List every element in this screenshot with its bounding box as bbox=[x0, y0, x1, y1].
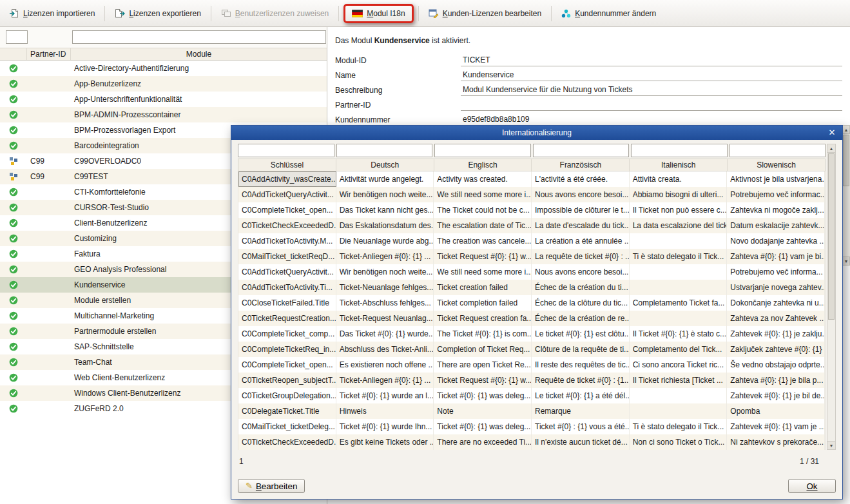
i18n-cell[interactable] bbox=[630, 403, 728, 419]
i18n-cell[interactable]: Non ci sono Ticket o Tick... bbox=[630, 434, 728, 450]
i18n-cell[interactable]: Ni zahtevkov s prekorače... bbox=[727, 434, 825, 450]
i18n-cell[interactable]: Še vedno obstajajo odprte... bbox=[727, 357, 825, 373]
i18n-cell[interactable]: Zaključek zahteve #{0}: {1} bbox=[727, 342, 825, 357]
i18n-row[interactable]: C0AddTicketQueryActivit...Wir benötigen … bbox=[238, 264, 825, 280]
column-header-deutsch[interactable]: Deutsch bbox=[336, 159, 434, 171]
i18n-row[interactable]: C0AddTicketToActivity.M...Die Neuanlage … bbox=[238, 233, 825, 249]
i18n-cell[interactable]: Ticket Request creation fa... bbox=[434, 311, 532, 326]
i18n-cell[interactable]: La data escalazione del tick... bbox=[630, 218, 728, 233]
i18n-cell[interactable]: Novo dodajanje zahtevka ... bbox=[727, 233, 825, 249]
i18n-cell[interactable]: C0AddActivity_wasCreate... bbox=[238, 171, 336, 187]
i18n-cell[interactable]: C0TicketRequestCreation... bbox=[238, 311, 336, 326]
filter-input-slowenisch[interactable] bbox=[729, 144, 826, 157]
i18n-cell[interactable]: Ticket-Anliegen #{0}: {1} ... bbox=[336, 249, 434, 264]
module-row[interactable]: App-Unterschriftenfunktionalität bbox=[0, 92, 327, 107]
i18n-cell[interactable]: Hinweis bbox=[336, 403, 434, 419]
i18n-cell[interactable]: Ticket #{0} : {1} vous a été... bbox=[532, 419, 630, 434]
module-row[interactable]: App-Benutzerlizenz bbox=[0, 76, 327, 92]
export-licenses-button[interactable]: Lizenzen exportieren bbox=[110, 5, 206, 22]
i18n-row[interactable]: C0TicketCheckExceededD...Das Eskalations… bbox=[238, 218, 825, 233]
edit-customer-licenses-button[interactable]: Kunden-Lizenzen bearbeiten bbox=[423, 5, 546, 21]
i18n-cell[interactable]: C0CloseTicketFailed.Title bbox=[238, 295, 336, 311]
i18n-cell[interactable]: C0TicketCheckExceededD... bbox=[238, 434, 336, 450]
scroll-up-icon[interactable]: ▲ bbox=[842, 125, 850, 134]
kundennummer-field[interactable]: e95def8db8a8b109 bbox=[461, 113, 842, 126]
i18n-row[interactable]: C0TicketGroupDelegation...Ticket #{0}: {… bbox=[238, 388, 825, 403]
i18n-cell[interactable]: Potrebujemo več informa... bbox=[727, 264, 825, 280]
i18n-cell[interactable]: Potrebujemo več informac... bbox=[727, 187, 825, 202]
i18n-cell[interactable] bbox=[630, 311, 728, 326]
scrollbar-thumb[interactable] bbox=[828, 153, 835, 320]
scrollbar-thumb[interactable] bbox=[843, 135, 849, 186]
column-header-schluessel[interactable]: Schlüssel bbox=[238, 159, 336, 171]
i18n-cell[interactable]: Attività creata. bbox=[630, 171, 728, 187]
column-header-franzoesisch[interactable]: Französisch bbox=[532, 159, 630, 171]
i18n-cell[interactable]: Ticket-Anliegen #{0}: {1} ... bbox=[336, 373, 434, 388]
i18n-cell[interactable]: Ticket #{0}: {1} wurde an l... bbox=[336, 388, 434, 403]
column-header-italienisch[interactable]: Italienisch bbox=[630, 159, 728, 171]
i18n-cell[interactable]: Datum eskalacije zahtevk... bbox=[727, 218, 825, 233]
i18n-cell[interactable]: Note bbox=[434, 403, 532, 419]
i18n-cell[interactable]: Nous avons encore besoi... bbox=[532, 264, 630, 280]
i18n-cell[interactable]: Es existieren noch offene ... bbox=[336, 357, 434, 373]
i18n-row[interactable]: C0TicketReopen_subjectT...Ticket-Anliege… bbox=[238, 373, 825, 388]
i18n-cell[interactable]: Impossible de clôturer le t... bbox=[532, 202, 630, 218]
i18n-row[interactable]: C0DelegateTicket.TitleHinweisNoteRemarqu… bbox=[238, 403, 825, 419]
filter-input-deutsch[interactable] bbox=[336, 144, 433, 157]
i18n-cell[interactable]: The escalation date of Tic... bbox=[434, 218, 532, 233]
i18n-cell[interactable]: Zahteva #{0}: {1} vam je bi... bbox=[727, 249, 825, 264]
modul-id-field[interactable]: TICKET bbox=[461, 54, 842, 66]
i18n-cell[interactable]: Ci sono ancora Ticket ric... bbox=[630, 357, 728, 373]
i18n-cell[interactable]: Échec de la clôture du tic... bbox=[532, 295, 630, 311]
i18n-cell[interactable]: C0AddTicketToActivity.M... bbox=[238, 233, 336, 249]
name-field[interactable]: Kundenservice bbox=[461, 69, 842, 81]
i18n-cell[interactable]: Die Neuanlage wurde abg... bbox=[336, 233, 434, 249]
filter-input-franzoesisch[interactable] bbox=[533, 144, 630, 157]
i18n-cell[interactable]: Abbiamo bisogni di ulteri... bbox=[630, 187, 728, 202]
i18n-cell[interactable]: Dokončanje zahtevka ni u... bbox=[727, 295, 825, 311]
i18n-cell[interactable]: C0AddTicketQueryActivit... bbox=[238, 187, 336, 202]
i18n-cell[interactable]: Ticket #{0}: {1} was deleg... bbox=[434, 388, 532, 403]
i18n-cell[interactable]: C0AddTicketQueryActivit... bbox=[238, 264, 336, 280]
i18n-cell[interactable]: Ti è stato delegato il Tick... bbox=[630, 419, 728, 434]
i18n-cell[interactable]: The creation was cancele... bbox=[434, 233, 532, 249]
beschreibung-field[interactable]: Modul Kundenservice für die Nutzung von … bbox=[461, 84, 842, 96]
status-column-header[interactable] bbox=[0, 48, 27, 60]
i18n-cell[interactable]: Completion of Ticket Req... bbox=[434, 342, 532, 357]
i18n-row[interactable]: C0CompleteTicket_comp...Das Ticket #{0}:… bbox=[238, 326, 825, 342]
i18n-cell[interactable]: Il Ticket #{0}: {1} è stato c... bbox=[630, 326, 728, 342]
i18n-cell[interactable]: Le ticket #{0}: {1} a été dél... bbox=[532, 388, 630, 403]
i18n-cell[interactable]: Il reste des requêtes de tic... bbox=[532, 357, 630, 373]
i18n-row[interactable]: C0MailTicket_ticketDeleg...Ticket #{0}: … bbox=[238, 419, 825, 434]
i18n-cell[interactable]: Requête de ticket #{0} : {1... bbox=[532, 373, 630, 388]
filter-input-schluessel[interactable] bbox=[238, 144, 334, 157]
i18n-cell[interactable]: Ticket #{0}: {1} wurde Ihn... bbox=[336, 419, 434, 434]
column-header-englisch[interactable]: Englisch bbox=[434, 159, 532, 171]
i18n-cell[interactable]: Das Eskalationsdatum des... bbox=[336, 218, 434, 233]
i18n-cell[interactable]: Completamento Ticket fa... bbox=[630, 295, 728, 311]
i18n-cell[interactable]: Activity was created. bbox=[434, 171, 532, 187]
i18n-cell[interactable] bbox=[630, 280, 728, 295]
i18n-row[interactable]: C0CompleteTicket_open...Es existieren no… bbox=[238, 357, 825, 373]
scroll-down-icon[interactable]: ▼ bbox=[827, 441, 835, 449]
i18n-cell[interactable]: Ti è stato delegato il Tick... bbox=[630, 249, 728, 264]
filter-input-englisch[interactable] bbox=[434, 144, 531, 157]
i18n-cell[interactable]: There are no exceeded Ti... bbox=[434, 434, 532, 450]
i18n-cell[interactable]: C0MailTicket_ticketReqD... bbox=[238, 249, 336, 264]
i18n-cell[interactable]: Il n'existe aucun ticket dé... bbox=[532, 434, 630, 450]
i18n-cell[interactable]: Ticket-Neuanlage fehlges... bbox=[336, 280, 434, 295]
i18n-cell[interactable]: Ustvarjanje novega zahtev... bbox=[727, 280, 825, 295]
i18n-cell[interactable]: Zahtevek #{0}: {1} je bil de... bbox=[727, 388, 825, 403]
module-column-header[interactable]: Module bbox=[71, 48, 327, 60]
i18n-row[interactable]: C0AddActivity_wasCreate...Aktivität wurd… bbox=[238, 171, 825, 187]
i18n-cell[interactable]: Zahtevek #{0}: {1} je zaklju... bbox=[727, 326, 825, 342]
i18n-cell[interactable]: C0DelegateTicket.Title bbox=[238, 403, 336, 419]
i18n-row[interactable]: C0MailTicket_ticketReqD...Ticket-Anliege… bbox=[238, 249, 825, 264]
i18n-cell[interactable] bbox=[630, 264, 728, 280]
i18n-cell[interactable]: Wir benötigen noch weite... bbox=[336, 264, 434, 280]
module-row[interactable]: Active-Directory-Authentifizierung bbox=[0, 61, 327, 76]
i18n-cell[interactable]: La date d'escalade du tick... bbox=[532, 218, 630, 233]
i18n-cell[interactable]: C0MailTicket_ticketDeleg... bbox=[238, 419, 336, 434]
i18n-row[interactable]: C0TicketCheckExceededD...Es gibt keine T… bbox=[238, 434, 825, 450]
i18n-cell[interactable]: Nous avons encore besoi... bbox=[532, 187, 630, 202]
